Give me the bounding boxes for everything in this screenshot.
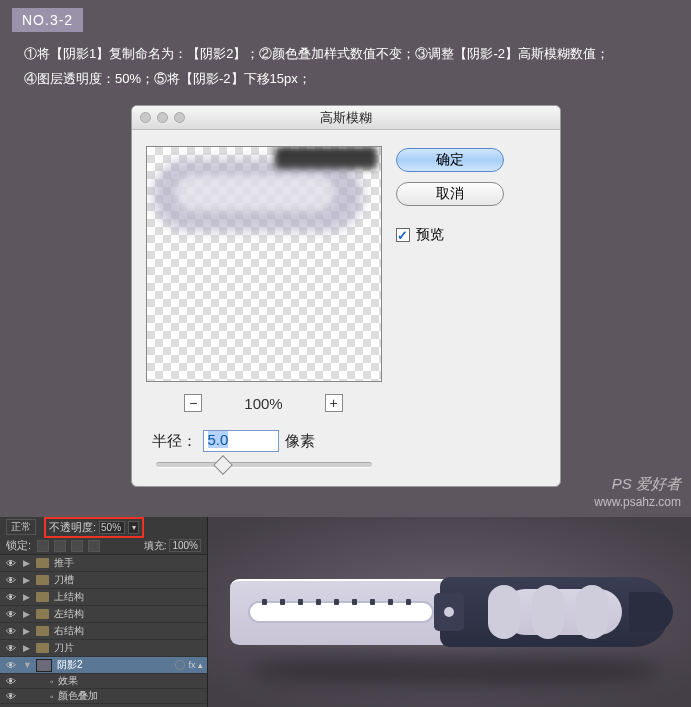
watermark-url: www.psahz.com: [594, 494, 681, 511]
visibility-icon[interactable]: 👁: [4, 592, 18, 603]
effect-name: 颜色叠加: [58, 689, 98, 703]
folder-icon: [36, 609, 49, 619]
zoom-level: 100%: [244, 395, 282, 412]
lock-paint-icon[interactable]: [54, 540, 66, 552]
watermark: PS 爱好者 www.psahz.com: [594, 473, 681, 511]
slider-thumb[interactable]: [213, 455, 233, 475]
chevron-right-icon[interactable]: ▶: [23, 575, 31, 585]
layer-name: 左结构: [54, 607, 84, 621]
fill-value[interactable]: 100%: [169, 539, 201, 552]
window-controls[interactable]: [140, 112, 185, 123]
layer-effect-item[interactable]: 👁◦效果: [0, 674, 207, 689]
chevron-right-icon[interactable]: ▶: [23, 626, 31, 636]
layer-name: 阴影2: [57, 658, 83, 672]
instruction-text: ①将【阴影1】复制命名为：【阴影2】；②颜色叠加样式数值不变；③调整【阴影-2】…: [0, 38, 691, 95]
zoom-controls: − 100% +: [146, 394, 382, 412]
layer-name: 推手: [54, 556, 74, 570]
layer-name: 刀片: [54, 641, 74, 655]
folder-icon: [36, 626, 49, 636]
folder-icon: [36, 643, 49, 653]
fill-label: 填充:: [144, 539, 167, 553]
preview-checkbox-label: 预览: [416, 226, 444, 244]
visibility-icon[interactable]: 👁: [4, 609, 18, 620]
chevron-down-icon[interactable]: ▼: [23, 660, 31, 670]
layer-thumbnail: [36, 659, 52, 672]
gaussian-blur-dialog: 高斯模糊 − 100% + 半径： 5.0 像素 确定: [131, 105, 561, 487]
folder-icon: [36, 592, 49, 602]
layer-folder[interactable]: 👁▶左结构: [0, 606, 207, 623]
zoom-in-button[interactable]: +: [325, 394, 343, 412]
canvas-area[interactable]: [208, 517, 691, 707]
close-icon[interactable]: [140, 112, 151, 123]
opacity-label: 不透明度:: [49, 520, 96, 535]
radius-slider[interactable]: [156, 462, 372, 468]
radius-unit: 像素: [285, 432, 315, 451]
lock-label: 锁定:: [6, 538, 31, 553]
instruction-line-2: ④图层透明度：50%；⑤将【阴影-2】下移15px；: [24, 67, 667, 92]
layer-name: 刀槽: [54, 573, 74, 587]
folder-icon: [36, 558, 49, 568]
lock-buttons[interactable]: [37, 540, 100, 552]
chevron-right-icon[interactable]: ▶: [23, 592, 31, 602]
effect-icon: ◦: [50, 676, 54, 687]
effect-name: 效果: [58, 674, 78, 688]
preview-checkbox[interactable]: ✓: [396, 228, 410, 242]
visibility-icon[interactable]: 👁: [4, 575, 18, 586]
dialog-title-bar[interactable]: 高斯模糊: [132, 106, 560, 130]
layer-effect-item[interactable]: 👁◦颜色叠加: [0, 689, 207, 704]
ok-button[interactable]: 确定: [396, 148, 504, 172]
instruction-line-1: ①将【阴影1】复制命名为：【阴影2】；②颜色叠加样式数值不变；③调整【阴影-2】…: [24, 42, 667, 67]
dialog-title: 高斯模糊: [132, 109, 560, 127]
layer-folder[interactable]: 👁▶推手: [0, 555, 207, 572]
visibility-icon[interactable]: 👁: [6, 691, 16, 702]
chevron-right-icon[interactable]: ▶: [23, 558, 31, 568]
opacity-input[interactable]: [99, 521, 125, 534]
visibility-icon[interactable]: 👁: [6, 676, 16, 687]
visibility-icon[interactable]: 👁: [4, 643, 18, 654]
layer-folder[interactable]: 👁▶刀片: [0, 640, 207, 657]
layer-item[interactable]: 👁▼阴影2fx ▴: [0, 657, 207, 674]
lock-transparency-icon[interactable]: [37, 540, 49, 552]
opacity-stepper[interactable]: ▾: [128, 521, 139, 534]
blend-mode-select[interactable]: 正常: [6, 519, 36, 535]
zoom-out-button[interactable]: −: [184, 394, 202, 412]
layer-list: 👁▶推手👁▶刀槽👁▶上结构👁▶左结构👁▶右结构👁▶刀片👁▼阴影2fx ▴👁◦效果…: [0, 555, 207, 704]
preview-checkbox-row[interactable]: ✓ 预览: [396, 226, 504, 244]
cancel-button[interactable]: 取消: [396, 182, 504, 206]
layer-folder[interactable]: 👁▶刀槽: [0, 572, 207, 589]
maximize-icon[interactable]: [174, 112, 185, 123]
preview-content-dark: [275, 147, 377, 169]
chevron-right-icon[interactable]: ▶: [23, 643, 31, 653]
layers-panel: 正常 不透明度: ▾ 锁定: 填充: 100% 👁▶推手👁▶: [0, 517, 208, 707]
radius-input[interactable]: 5.0: [203, 430, 279, 452]
preview-content-inner: [175, 175, 335, 211]
layer-folder[interactable]: 👁▶上结构: [0, 589, 207, 606]
folder-icon: [36, 575, 49, 585]
visibility-icon[interactable]: 👁: [4, 558, 18, 569]
preview-thumbnail[interactable]: [146, 146, 382, 382]
knife-illustration: [230, 571, 670, 653]
visibility-icon[interactable]: 👁: [4, 660, 18, 671]
lock-position-icon[interactable]: [71, 540, 83, 552]
effect-icon: ◦: [50, 691, 54, 702]
knife-shadow: [248, 653, 661, 687]
layers-header: 正常 不透明度: ▾: [0, 517, 207, 537]
layer-folder[interactable]: 👁▶右结构: [0, 623, 207, 640]
minimize-icon[interactable]: [157, 112, 168, 123]
visibility-icon[interactable]: 👁: [4, 626, 18, 637]
layer-name: 上结构: [54, 590, 84, 604]
step-badge: NO.3-2: [12, 8, 83, 32]
chevron-right-icon[interactable]: ▶: [23, 609, 31, 619]
watermark-logo: PS 爱好者: [594, 473, 681, 494]
radius-label: 半径：: [152, 432, 197, 451]
lock-all-icon[interactable]: [88, 540, 100, 552]
opacity-highlight: 不透明度: ▾: [44, 517, 144, 538]
layer-name: 右结构: [54, 624, 84, 638]
fx-indicator[interactable]: fx ▴: [175, 660, 203, 670]
